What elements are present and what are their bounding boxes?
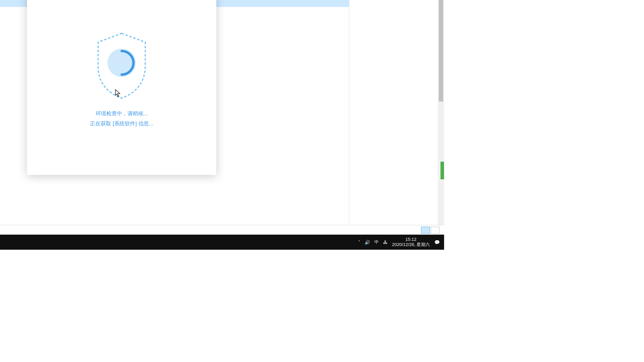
file-name: 本地硬盘安装.exe xyxy=(0,0,25,7)
status-bar: 12 个项目 选中 1 个项目 27.6 MB xyxy=(0,225,444,235)
volume-icon[interactable]: 🔊 xyxy=(364,240,370,245)
tray-date: 2020/12/26, 星期六 xyxy=(392,242,430,248)
tray-up-icon[interactable]: ˄ xyxy=(358,240,360,245)
view-icons-button[interactable] xyxy=(431,226,440,233)
ime-indicator[interactable]: 中 xyxy=(374,239,379,245)
resize-handle[interactable] xyxy=(440,162,444,179)
vertical-scrollbar[interactable] xyxy=(438,0,444,225)
shield-icon xyxy=(91,30,152,101)
details-pane: 本地硬盘安装.exe 应用程序 修改日期:2020/10/12, 星期一 15:… xyxy=(349,0,444,225)
scrollbar-thumb[interactable] xyxy=(439,0,443,101)
dialog-body: 环境检查中，请稍候... 正在获取 [系统软件] 信息... xyxy=(27,0,216,175)
tray-time: 15:12 xyxy=(392,237,430,242)
clock[interactable]: 15:12 2020/12/26, 星期六 xyxy=(392,237,430,247)
file-name: 硬盘安装教程.html xyxy=(0,15,25,23)
action-center-icon[interactable]: 💬 xyxy=(434,240,440,245)
installer-dialog: 联系客服 ≡ — ✕ ♞ 云骑士装机大师 www.yunqishi.net ⎙启… xyxy=(27,0,216,175)
dialog-status-2: 正在获取 [系统软件] 信息... xyxy=(90,120,153,128)
file-name: 光盘说明.TXT xyxy=(0,7,25,15)
network-tray-icon[interactable]: 🖧 xyxy=(383,240,388,245)
svg-point-1 xyxy=(108,49,136,77)
taskbar: 🔍 ⊞ 📁 ♞ ˄ 🔊 中 🖧 15:12 2020/12/26, 星期六 💬 xyxy=(0,235,444,250)
view-details-button[interactable] xyxy=(421,226,430,233)
dialog-status-1: 环境检查中，请稍候... xyxy=(96,110,148,117)
